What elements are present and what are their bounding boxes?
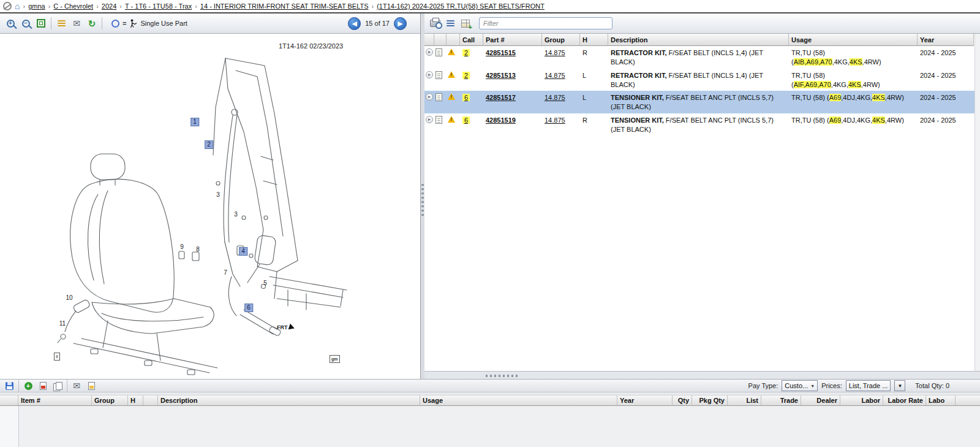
callout-9[interactable]: 9	[178, 243, 186, 251]
breadcrumb: gmna›C - Chevrolet›2024›T - 1T6 - 1TU58 …	[28, 2, 545, 10]
export-table-button[interactable]	[460, 17, 471, 29]
callout-3[interactable]: 3	[214, 191, 222, 199]
warning-icon[interactable]	[448, 93, 455, 100]
drawing-label: 1T14-162 02/23/2023	[279, 42, 343, 50]
print-order-button[interactable]	[86, 381, 97, 391]
parts-row[interactable]: 24285151314.875LRETRACTOR KIT, F/SEAT BE…	[424, 69, 974, 91]
notes-icon[interactable]	[435, 48, 442, 56]
parts-row[interactable]: 24285151514.875RRETRACTOR KIT, F/SEAT BE…	[424, 46, 974, 69]
call-link[interactable]: 2	[462, 49, 470, 56]
parts-list-view-button[interactable]	[445, 17, 456, 29]
callout-11[interactable]: 11	[58, 320, 67, 327]
expand-row-icon[interactable]	[426, 48, 433, 56]
parts-row[interactable]: 64285151914.875RTENSIONER KIT, F/SEAT BE…	[424, 113, 974, 136]
prices-select[interactable]: List, Trade ...	[846, 380, 891, 391]
zoom-out-button[interactable]: −	[20, 17, 31, 29]
copy-button[interactable]	[52, 381, 63, 391]
callout-1[interactable]: 1	[190, 118, 199, 126]
group-link[interactable]: 14.875	[545, 117, 565, 124]
callout-2[interactable]: 2	[205, 140, 213, 149]
zoom-in-button[interactable]: +	[5, 17, 16, 29]
save-button[interactable]	[4, 381, 15, 391]
description-cell: TENSIONER KIT, F/SEAT BELT ANC PLT (INCL…	[608, 91, 789, 113]
col-hand[interactable]: H	[580, 34, 608, 46]
description-cell: TENSIONER KIT, F/SEAT BELT ANC PLT (INCL…	[608, 113, 789, 136]
call-link[interactable]: 6	[462, 117, 470, 124]
callout-8[interactable]: 8	[194, 246, 202, 253]
callout-list-button[interactable]	[56, 17, 67, 29]
col-call[interactable]: Call	[460, 34, 483, 46]
illustration-toolbar: + − ✉ ↻ = Single Use Part ◀ 15 of 17 ▶	[0, 13, 420, 34]
breadcrumb-item[interactable]: gmna	[28, 2, 45, 10]
breadcrumb-item[interactable]: 2024	[102, 2, 116, 10]
notes-icon[interactable]	[435, 71, 442, 79]
group-link[interactable]: 14.875	[545, 49, 565, 56]
email-order-button[interactable]: ✉	[71, 381, 82, 391]
breadcrumb-item[interactable]: C - Chevrolet	[53, 2, 93, 10]
illustration-canvas[interactable]: 1T14-162 02/23/2023 FRT # gm 12334567891…	[0, 34, 420, 379]
breadcrumb-item[interactable]: (1T14-162) 2024-2025 TR,TU(58) SEAT BELT…	[377, 2, 545, 10]
callout-7[interactable]: 7	[222, 269, 229, 277]
pdf-export-button[interactable]	[37, 381, 48, 391]
previous-page-button[interactable]: ◀	[348, 17, 361, 30]
col-description[interactable]: Description	[608, 34, 789, 46]
pay-type-select[interactable]: Custo... ▼	[782, 380, 818, 391]
frt-label: FRT	[277, 324, 288, 330]
part-number-link[interactable]: 42851517	[486, 94, 516, 101]
bottom-col-spacer	[0, 395, 18, 405]
col-usage[interactable]: Usage	[789, 34, 918, 46]
breadcrumb-item[interactable]: T - 1T6 - 1TU58 - Trax	[125, 2, 192, 10]
callout-10[interactable]: 10	[64, 294, 74, 302]
call-link[interactable]: 2	[462, 72, 470, 79]
part-number-link[interactable]: 42851519	[486, 117, 516, 124]
notes-icon[interactable]	[435, 116, 442, 124]
horizontal-splitter[interactable]	[424, 371, 980, 379]
total-qty: Total Qty: 0	[915, 382, 949, 389]
parts-table-rows: 24285151514.875RRETRACTOR KIT, F/SEAT BE…	[424, 46, 974, 136]
expand-row-icon[interactable]	[426, 116, 433, 123]
expand-row-icon[interactable]	[426, 93, 433, 101]
single-use-part-legend: = Single Use Part	[111, 19, 187, 28]
warning-icon[interactable]	[448, 48, 455, 55]
callout-5[interactable]: 5	[262, 280, 269, 287]
usage-cell: TR,TU (58) (AIF,A69,A70,4KG,4KS,4RW)	[789, 69, 918, 91]
warning-icon[interactable]	[448, 116, 455, 123]
chevron-separator-icon: ›	[48, 2, 51, 10]
filter-input[interactable]	[479, 17, 612, 29]
group-link[interactable]: 14.875	[545, 72, 565, 79]
next-page-button[interactable]: ▶	[394, 17, 407, 30]
print-preview-button[interactable]	[429, 17, 440, 29]
hand-cell: L	[580, 91, 608, 104]
toolbar-divider	[18, 380, 19, 392]
part-number-link[interactable]: 42851513	[486, 72, 516, 79]
parts-table-header: Call Part # Group H Description Usage Ye…	[424, 34, 974, 46]
refresh-button[interactable]: ↻	[86, 17, 97, 29]
bottom-col-fill	[956, 395, 980, 405]
notes-icon[interactable]	[435, 93, 442, 101]
bottom-col-labor: Labor	[840, 395, 883, 405]
expand-row-icon[interactable]	[426, 71, 433, 78]
col-group[interactable]: Group	[542, 34, 580, 46]
warning-icon[interactable]	[448, 71, 455, 78]
email-image-button[interactable]: ✉	[71, 17, 82, 29]
vertical-scrollbar[interactable]	[974, 34, 980, 371]
col-part-number[interactable]: Part #	[483, 34, 542, 46]
home-icon[interactable]: ⌂	[15, 2, 20, 10]
group-link[interactable]: 14.875	[545, 94, 565, 101]
part-number-link[interactable]: 42851515	[486, 49, 516, 56]
callout-6[interactable]: 6	[244, 304, 253, 312]
breadcrumb-item[interactable]: 14 - INTERIOR TRIM-FRONT SEAT TRIM-SEAT …	[200, 2, 369, 10]
fit-to-window-button[interactable]	[36, 17, 47, 29]
callout-4[interactable]: 4	[239, 247, 247, 256]
vertical-splitter[interactable]	[421, 13, 424, 379]
prices-dropdown-button[interactable]: ▼	[894, 380, 905, 391]
callout-3[interactable]: 3	[232, 211, 239, 218]
chevron-separator-icon: ›	[119, 2, 122, 10]
parts-row[interactable]: 64285151714.875LTENSIONER KIT, F/SEAT BE…	[424, 91, 974, 113]
add-item-button[interactable]: +	[23, 381, 34, 391]
chevron-down-icon: ▼	[810, 384, 815, 388]
toolbar-divider	[102, 17, 102, 29]
bottom-col-labo: Labo	[926, 395, 956, 405]
call-link[interactable]: 6	[462, 94, 470, 101]
col-year[interactable]: Year	[918, 34, 974, 46]
